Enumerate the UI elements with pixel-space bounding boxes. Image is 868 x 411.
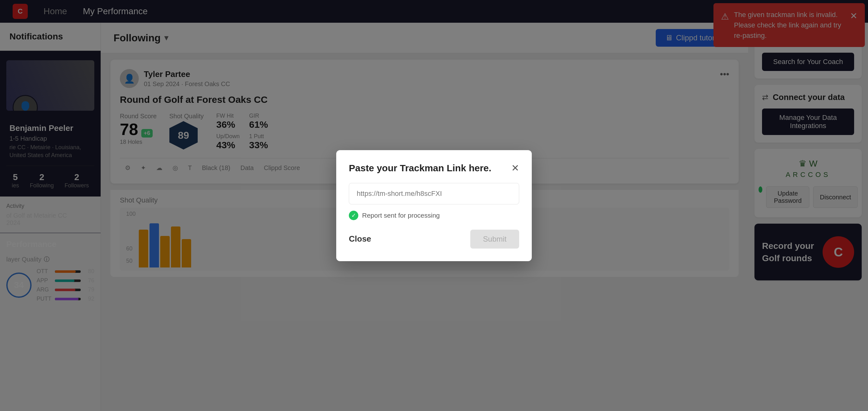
modal-footer: Close Submit [349,230,519,249]
modal-close-x-button[interactable]: ✕ [511,163,519,173]
trackman-modal: Paste your Trackman Link here. ✕ ✓ Repor… [336,150,532,261]
modal-title: Paste your Trackman Link here. [349,163,491,173]
trackman-link-input[interactable] [349,183,519,204]
modal-submit-button[interactable]: Submit [470,230,519,249]
modal-overlay: Paste your Trackman Link here. ✕ ✓ Repor… [0,0,868,411]
modal-header: Paste your Trackman Link here. ✕ [349,163,519,173]
modal-success-message: ✓ Report sent for processing [349,211,519,220]
success-checkmark-icon: ✓ [349,211,358,220]
modal-close-button[interactable]: Close [349,234,371,244]
